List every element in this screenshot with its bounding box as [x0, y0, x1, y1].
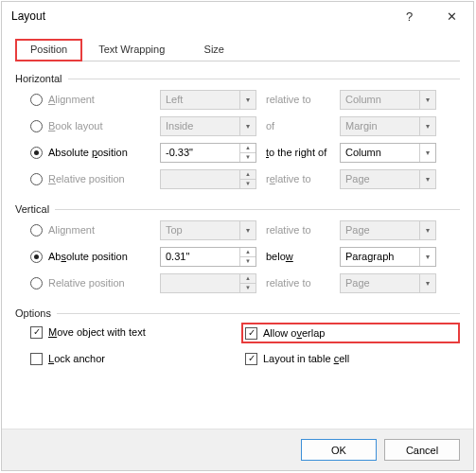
opt-allow-overlap[interactable]: Allow overlap [241, 323, 460, 343]
spin-up-icon[interactable]: ▲ [239, 170, 256, 180]
h-absolute-rel-combo[interactable]: Column▾ [340, 143, 436, 163]
h-absolute-label: Absolute position [48, 147, 160, 158]
chevron-down-icon: ▾ [419, 117, 435, 135]
checkbox-icon [245, 327, 257, 340]
h-absolute-rel-label: to the right of [256, 147, 340, 158]
tab-position[interactable]: Position [15, 39, 82, 61]
chevron-down-icon: ▾ [239, 221, 256, 239]
v-relative-rel-combo[interactable]: Page▾ [340, 273, 436, 293]
group-options: Options [15, 307, 460, 319]
opt-lock-anchor-label: Lock anchor [48, 353, 105, 364]
h-booklayout-row: Book layout Inside▾ of Margin▾ [15, 113, 460, 139]
v-relative-spinner[interactable]: ▲▼ [160, 273, 256, 293]
v-alignment-row: Alignment Top▾ relative to Page▾ [15, 217, 460, 243]
v-alignment-label: Alignment [48, 224, 160, 236]
v-alignment-radio[interactable] [30, 224, 43, 236]
opt-layout-in-cell-label: Layout in table cell [263, 353, 349, 364]
group-vertical: Vertical [15, 203, 460, 215]
ok-button[interactable]: OK [301, 439, 377, 461]
h-absolute-row: Absolute position -0.33"▲▼ to the right … [15, 139, 460, 166]
help-button[interactable]: ? [388, 2, 431, 30]
opt-allow-overlap-label: Allow overlap [263, 327, 325, 339]
spin-down-icon[interactable]: ▼ [239, 180, 256, 188]
h-relative-radio[interactable] [30, 173, 43, 185]
opt-move-with-text[interactable]: Move object with text [30, 323, 245, 342]
options-grid: Move object with text Allow overlap Lock… [15, 323, 460, 368]
h-booklayout-rel-label: of [256, 120, 340, 131]
h-booklayout-rel-combo[interactable]: Margin▾ [340, 116, 436, 136]
tab-size[interactable]: Size [181, 39, 247, 61]
h-absolute-spinner[interactable]: -0.33"▲▼ [160, 143, 256, 163]
h-absolute-radio[interactable] [30, 147, 43, 159]
v-relative-rel-label: relative to [256, 277, 340, 289]
chevron-down-icon: ▾ [419, 144, 435, 162]
v-absolute-spinner[interactable]: 0.31"▲▼ [160, 247, 256, 267]
spin-down-icon[interactable]: ▼ [239, 284, 256, 292]
h-alignment-radio[interactable] [30, 94, 43, 106]
v-absolute-rel-combo[interactable]: Paragraph▾ [340, 247, 436, 267]
chevron-down-icon: ▾ [419, 248, 435, 266]
spin-down-icon[interactable]: ▼ [239, 257, 256, 266]
v-alignment-combo[interactable]: Top▾ [160, 220, 256, 240]
cancel-button[interactable]: Cancel [384, 439, 460, 461]
opt-move-with-text-label: Move object with text [48, 326, 146, 338]
spin-up-icon[interactable]: ▲ [239, 144, 256, 153]
v-relative-label: Relative position [48, 277, 160, 289]
h-alignment-combo[interactable]: Left▾ [160, 90, 256, 110]
dialog-footer: OK Cancel [2, 429, 473, 470]
h-relative-rel-label: relative to [256, 173, 340, 184]
close-button[interactable]: ✕ [431, 2, 473, 30]
spin-up-icon[interactable]: ▲ [239, 274, 256, 284]
v-absolute-row: Absolute position 0.31"▲▼ below Paragrap… [15, 243, 460, 270]
h-alignment-label: AAlignmentlignment [48, 94, 160, 105]
dialog-title: Layout [11, 9, 388, 23]
v-absolute-rel-label: below [256, 251, 340, 262]
chevron-down-icon: ▾ [419, 91, 435, 109]
checkbox-icon [30, 353, 43, 365]
chevron-down-icon: ▾ [419, 274, 435, 292]
chevron-down-icon: ▾ [239, 117, 256, 135]
tabstrip: Position Text Wrapping Size [15, 38, 460, 61]
checkbox-icon [245, 353, 257, 365]
layout-dialog: Layout ? ✕ Position Text Wrapping Size H… [1, 1, 474, 471]
chevron-down-icon: ▾ [239, 91, 256, 109]
h-relative-rel-combo[interactable]: Page▾ [340, 169, 436, 189]
spin-up-icon[interactable]: ▲ [239, 248, 256, 257]
checkbox-icon [30, 326, 43, 339]
v-alignment-rel-combo[interactable]: Page▾ [340, 220, 436, 240]
h-booklayout-radio[interactable] [30, 120, 43, 132]
h-alignment-rel-label: relative to [256, 94, 340, 105]
dialog-content: Position Text Wrapping Size Horizontal A… [2, 30, 473, 429]
titlebar: Layout ? ✕ [2, 2, 473, 30]
v-absolute-label: Absolute position [48, 251, 160, 262]
v-absolute-radio[interactable] [30, 251, 43, 263]
group-horizontal: Horizontal [15, 73, 460, 84]
h-booklayout-label: Book layout [48, 120, 160, 131]
v-alignment-rel-label: relative to [256, 224, 340, 236]
chevron-down-icon: ▾ [419, 170, 435, 188]
chevron-down-icon: ▾ [419, 221, 435, 239]
opt-layout-in-cell[interactable]: Layout in table cell [245, 349, 460, 368]
h-booklayout-combo[interactable]: Inside▾ [160, 116, 256, 136]
v-relative-radio[interactable] [30, 277, 43, 289]
opt-lock-anchor[interactable]: Lock anchor [30, 349, 245, 368]
h-alignment-rel-combo[interactable]: Column▾ [340, 90, 436, 110]
h-relative-spinner[interactable]: ▲▼ [160, 169, 256, 189]
h-relative-label: Relative position [48, 173, 160, 184]
v-relative-row: Relative position ▲▼ relative to Page▾ [15, 270, 460, 296]
h-relative-row: Relative position ▲▼ relative to Page▾ [15, 166, 460, 192]
h-alignment-row: AAlignmentlignment Left▾ relative to Col… [15, 86, 460, 113]
tab-text-wrapping[interactable]: Text Wrapping [82, 39, 181, 61]
spin-down-icon[interactable]: ▼ [239, 153, 256, 162]
